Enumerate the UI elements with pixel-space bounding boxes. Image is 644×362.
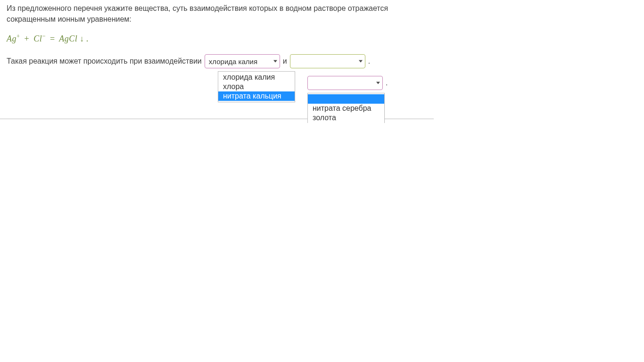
sentence-period: . [368,57,370,66]
eq-period: . [84,34,91,43]
substance-1-select[interactable]: хлорида калия [205,54,280,68]
eq-equals: = [48,34,57,43]
substance-3-select[interactable] [307,76,383,90]
prompt-line-1: Из предложенного перечня укажите веществ… [7,4,388,12]
chevron-down-icon [376,82,380,84]
substance-1-value: хлорида калия [205,58,280,66]
dropdown-option[interactable]: хлорида калия [218,73,295,82]
eq-cl: Cl [33,34,42,43]
question-prompt: Из предложенного перечня укажите веществ… [7,3,427,25]
eq-agcl: AgCl [59,34,77,43]
substance-2-select[interactable] [290,54,365,68]
sentence-lead: Такая реакция может происходить при взаи… [7,57,202,66]
sentence-period: . [386,79,388,87]
substance-1-dropdown[interactable]: хлорида калия хлора нитрата кальция [218,71,295,102]
answer-row-1: Такая реакция может происходить при взаи… [7,54,427,68]
eq-ag: Ag [7,34,17,43]
precipitate-arrow-icon: ↓ [80,34,84,43]
substance-3-dropdown[interactable]: нитрата серебра золота оксида азота [307,93,385,123]
dropdown-option[interactable]: оксида азота [308,123,384,123]
chevron-down-icon [359,60,363,63]
dropdown-option-empty[interactable] [308,94,384,104]
conjunction-and: и [283,57,287,66]
ionic-equation: Ag+ + Cl− = AgCl ↓. [7,33,427,44]
eq-ag-charge: + [17,33,20,40]
dropdown-option[interactable]: нитрата кальция [218,91,295,101]
dropdown-option[interactable]: золота [308,113,384,123]
eq-cl-charge: − [42,33,46,40]
chevron-down-icon [273,60,277,63]
dropdown-option[interactable]: хлора [218,82,295,91]
prompt-line-2: сокращенным ионным уравнением: [7,15,132,23]
eq-plus: + [23,34,32,43]
dropdown-option[interactable]: нитрата серебра [308,104,384,113]
